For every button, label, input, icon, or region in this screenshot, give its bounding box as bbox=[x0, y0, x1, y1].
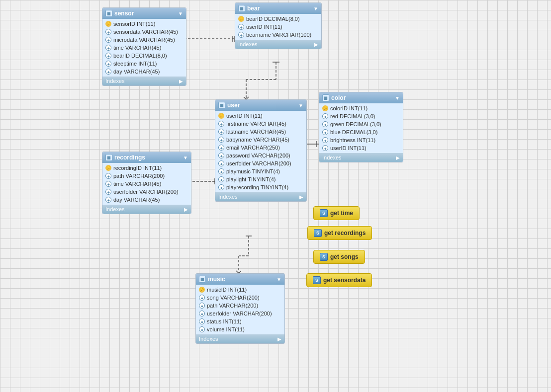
diamond-icon bbox=[105, 29, 111, 35]
get-time-icon: S bbox=[320, 209, 328, 217]
table-row: green DECIMAL(3,0) bbox=[319, 120, 403, 128]
get-recordings-button[interactable]: S get recordings bbox=[307, 226, 372, 240]
user-table-name: user bbox=[227, 102, 240, 109]
recordings-table-body: recordingID INT(11) path VARCHAR(200) ti… bbox=[102, 163, 191, 205]
music-indexes-footer[interactable]: Indexes ▶ bbox=[196, 334, 284, 343]
bear-table-icon: ▦ bbox=[238, 5, 245, 12]
key-icon bbox=[105, 165, 111, 171]
bear-table-body: bearID DECIMAL(8,0) userID INT(11) bearn… bbox=[235, 14, 321, 40]
diamond-icon bbox=[322, 113, 328, 119]
music-table-icon: ▦ bbox=[199, 276, 206, 283]
table-row: userID INT(11) bbox=[215, 112, 306, 120]
color-table: ▦ color ▼ colorID INT(11) red DECIMAL(3,… bbox=[319, 92, 403, 162]
table-row: firstname VARCHAR(45) bbox=[215, 120, 306, 128]
sensor-table-body: sensorID INT(11) sensordata VARCHAR(45) … bbox=[102, 19, 186, 77]
diamond-icon bbox=[218, 137, 224, 143]
table-row: lastname VARCHAR(45) bbox=[215, 128, 306, 136]
get-sensordata-label: get sensordata bbox=[323, 277, 366, 284]
indexes-arrow-icon: ▶ bbox=[396, 155, 400, 160]
recordings-table: ▦ recordings ▼ recordingID INT(11) path … bbox=[102, 152, 191, 214]
table-row: password VARCHAR(200) bbox=[215, 152, 306, 159]
table-row: userfolder VARCHAR(200) bbox=[196, 310, 284, 317]
color-table-header[interactable]: ▦ color ▼ bbox=[319, 92, 403, 103]
indexes-arrow-icon: ▶ bbox=[299, 194, 303, 200]
color-table-icon: ▦ bbox=[322, 94, 329, 101]
color-table-body: colorID INT(11) red DECIMAL(3,0) green D… bbox=[319, 103, 403, 153]
table-row: bearID DECIMAL(8,0) bbox=[235, 15, 321, 23]
diamond-icon bbox=[322, 121, 328, 127]
table-row: bearname VARCHAR(100) bbox=[235, 31, 321, 39]
table-row: volume INT(11) bbox=[196, 325, 284, 333]
diamond-icon bbox=[105, 37, 111, 43]
table-row: blue DECIMAL(3,0) bbox=[319, 128, 403, 136]
diamond-icon bbox=[218, 184, 224, 190]
table-row: time VARCHAR(45) bbox=[102, 44, 186, 52]
diamond-icon bbox=[105, 45, 111, 51]
get-songs-button[interactable]: S get songs bbox=[313, 250, 365, 264]
table-row: microdata VARCHAR(45) bbox=[102, 36, 186, 44]
key-icon bbox=[238, 16, 244, 22]
table-row: brightness INT(11) bbox=[319, 136, 403, 144]
key-icon bbox=[218, 113, 224, 119]
recordings-table-name: recordings bbox=[114, 154, 145, 161]
table-row: userfolder VARCHAR(200) bbox=[102, 188, 191, 196]
color-indexes-footer[interactable]: Indexes ▶ bbox=[319, 153, 403, 162]
sensor-indexes-footer[interactable]: Indexes ▶ bbox=[102, 77, 186, 85]
bear-chevron-icon: ▼ bbox=[313, 6, 318, 11]
table-row: sleeptime INT(11) bbox=[102, 60, 186, 68]
get-songs-label: get songs bbox=[330, 253, 359, 260]
get-time-button[interactable]: S get time bbox=[313, 206, 360, 220]
diamond-icon bbox=[105, 181, 111, 187]
indexes-arrow-icon: ▶ bbox=[277, 336, 281, 342]
recordings-table-header[interactable]: ▦ recordings ▼ bbox=[102, 152, 191, 163]
get-sensordata-button[interactable]: S get sensordata bbox=[306, 273, 372, 287]
diamond-icon bbox=[218, 160, 224, 166]
table-row: recordingID INT(11) bbox=[102, 164, 191, 172]
diamond-icon bbox=[238, 24, 244, 30]
table-row: sensordata VARCHAR(45) bbox=[102, 28, 186, 36]
table-row: bearID DECIMAL(8,0) bbox=[102, 52, 186, 60]
get-time-label: get time bbox=[330, 210, 353, 217]
indexes-arrow-icon: ▶ bbox=[314, 42, 318, 47]
diamond-icon bbox=[199, 311, 205, 316]
user-indexes-footer[interactable]: Indexes ▶ bbox=[215, 192, 306, 201]
diamond-icon bbox=[218, 129, 224, 135]
table-row: path VARCHAR(200) bbox=[102, 172, 191, 180]
bear-table: ▦ bear ▼ bearID DECIMAL(8,0) userID INT(… bbox=[235, 2, 322, 49]
bear-indexes-footer[interactable]: Indexes ▶ bbox=[235, 40, 321, 49]
table-row: userfolder VARCHAR(200) bbox=[215, 159, 306, 167]
user-table-header[interactable]: ▦ user ▼ bbox=[215, 100, 306, 111]
color-table-name: color bbox=[331, 94, 346, 101]
diamond-icon bbox=[105, 69, 111, 75]
diamond-icon bbox=[218, 121, 224, 127]
bear-table-header[interactable]: ▦ bear ▼ bbox=[235, 3, 321, 14]
table-row: time VARCHAR(45) bbox=[102, 180, 191, 188]
indexes-arrow-icon: ▶ bbox=[179, 78, 183, 84]
get-recordings-label: get recordings bbox=[324, 230, 366, 236]
sensor-chevron-icon: ▼ bbox=[178, 11, 183, 16]
get-songs-icon: S bbox=[320, 253, 328, 261]
key-icon bbox=[322, 105, 328, 111]
diamond-icon bbox=[199, 295, 205, 301]
music-table-header[interactable]: ▦ music ▼ bbox=[196, 274, 284, 285]
table-row: userID INT(11) bbox=[235, 23, 321, 31]
recordings-indexes-footer[interactable]: Indexes ▶ bbox=[102, 205, 191, 214]
table-row: day VARCHAR(45) bbox=[102, 68, 186, 76]
sensor-table-name: sensor bbox=[114, 10, 134, 17]
music-table-body: musicID INT(11) song VARCHAR(200) path V… bbox=[196, 285, 284, 334]
key-icon bbox=[199, 287, 205, 293]
table-row: userID INT(11) bbox=[319, 144, 403, 152]
table-row: path VARCHAR(200) bbox=[196, 302, 284, 310]
recordings-chevron-icon: ▼ bbox=[183, 155, 188, 160]
diamond-icon bbox=[218, 145, 224, 151]
diamond-icon bbox=[199, 318, 205, 324]
diamond-icon bbox=[105, 173, 111, 179]
table-row: playrecording TINYINT(4) bbox=[215, 183, 306, 191]
music-table: ▦ music ▼ musicID INT(11) song VARCHAR(2… bbox=[195, 273, 285, 344]
key-icon bbox=[105, 21, 111, 27]
user-table-icon: ▦ bbox=[218, 102, 225, 109]
sensor-table-header[interactable]: ▦ sensor ▼ bbox=[102, 8, 186, 19]
diamond-icon bbox=[105, 197, 111, 203]
indexes-arrow-icon: ▶ bbox=[184, 207, 188, 212]
table-row: colorID INT(11) bbox=[319, 104, 403, 112]
